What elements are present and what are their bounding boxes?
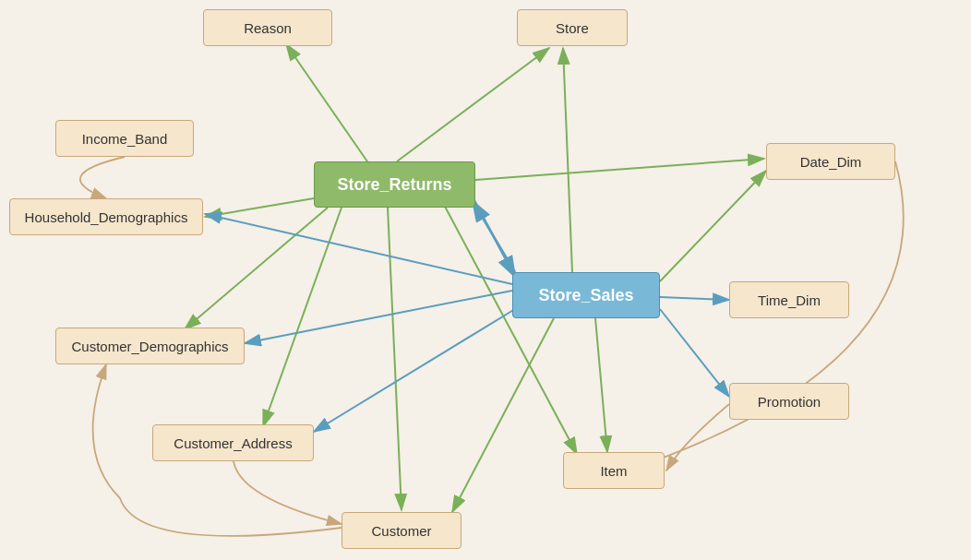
node-store_sales: Store_Sales <box>512 272 660 318</box>
svg-line-21 <box>660 309 729 397</box>
node-store: Store <box>517 9 628 46</box>
svg-line-9 <box>388 208 402 510</box>
svg-line-4 <box>397 48 549 161</box>
node-customer: Customer <box>342 512 462 549</box>
svg-line-12 <box>660 171 766 281</box>
node-household_demographics: Household_Demographics <box>9 198 203 235</box>
svg-line-6 <box>205 198 314 217</box>
svg-line-20 <box>660 297 729 300</box>
svg-line-14 <box>452 318 554 512</box>
node-income_band: Income_Band <box>55 120 194 157</box>
node-customer_demographics: Customer_Demographics <box>55 328 245 364</box>
node-store_returns: Store_Returns <box>314 161 475 208</box>
svg-line-18 <box>314 309 515 432</box>
svg-line-3 <box>286 44 369 164</box>
node-item: Item <box>563 452 665 489</box>
node-date_dim: Date_Dim <box>766 143 895 180</box>
node-promotion: Promotion <box>729 383 849 420</box>
node-customer_address: Customer_Address <box>152 424 314 461</box>
arrows-svg <box>0 0 971 560</box>
svg-line-15 <box>471 194 515 277</box>
node-time_dim: Time_Dim <box>729 281 849 318</box>
svg-line-5 <box>475 159 764 180</box>
svg-line-10 <box>443 203 577 454</box>
svg-line-8 <box>263 208 342 426</box>
svg-line-16 <box>473 201 515 272</box>
svg-line-7 <box>185 208 328 329</box>
svg-line-11 <box>563 48 572 272</box>
node-reason: Reason <box>203 9 332 46</box>
svg-line-13 <box>595 318 607 452</box>
svg-line-17 <box>245 291 512 343</box>
svg-line-19 <box>205 214 512 284</box>
diagram-container: ReasonStoreIncome_BandDate_DimStore_Retu… <box>0 0 971 560</box>
